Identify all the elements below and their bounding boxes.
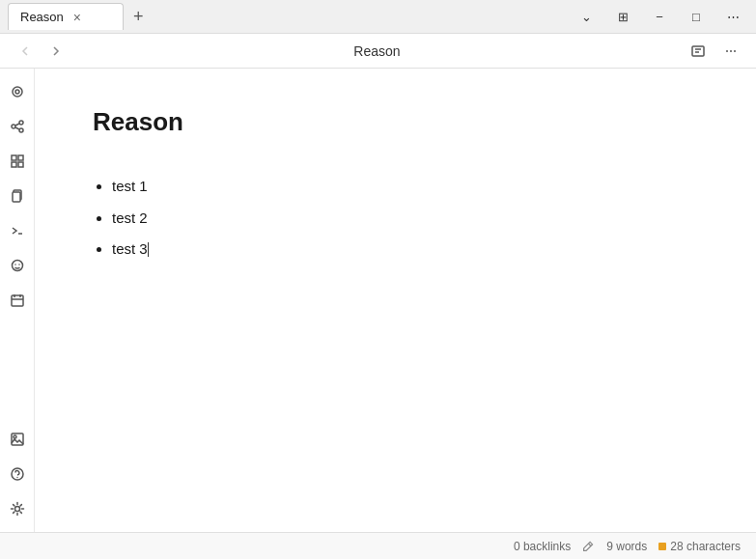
sidebar-grid-icon[interactable] — [2, 146, 33, 177]
tab-title: Reason — [20, 10, 64, 24]
help-icon — [10, 466, 25, 482]
svg-point-21 — [14, 264, 16, 266]
statusbar: 0 backlinks 9 words 28 characters — [0, 532, 756, 559]
backlinks-status[interactable]: 0 backlinks — [514, 540, 571, 553]
sidebar — [0, 69, 35, 532]
status-indicator — [658, 543, 666, 550]
svg-rect-23 — [12, 295, 23, 306]
svg-point-9 — [19, 121, 23, 125]
characters-text: 28 characters — [670, 540, 741, 553]
svg-point-22 — [18, 264, 20, 266]
svg-rect-13 — [12, 155, 16, 160]
list-item-1: test 1 — [112, 176, 698, 198]
sidebar-pages-icon[interactable] — [2, 181, 33, 211]
titlebar-right: ⌄ ⊞ − □ ⋯ — [571, 3, 748, 30]
backlinks-text: 0 backlinks — [514, 540, 571, 553]
close-button[interactable]: ⋯ — [717, 3, 748, 30]
main-layout: Reason test 1 test 2 test 3 — [0, 69, 756, 532]
reader-button[interactable] — [685, 40, 712, 63]
toolbar-title: Reason — [77, 43, 677, 59]
edit-icon-status — [582, 540, 595, 552]
reader-icon — [690, 43, 706, 59]
svg-rect-14 — [18, 155, 23, 160]
split-button[interactable]: ⊞ — [607, 3, 638, 30]
sidebar-help-icon[interactable] — [2, 459, 33, 489]
image-icon — [10, 432, 25, 447]
svg-line-11 — [15, 124, 19, 126]
sidebar-image-icon[interactable] — [2, 424, 33, 455]
svg-point-20 — [12, 261, 22, 271]
forward-icon — [48, 43, 64, 59]
list-item-2: test 2 — [112, 208, 698, 230]
emoji-icon — [10, 258, 25, 273]
settings-icon — [10, 501, 25, 517]
sidebar-terminal-icon[interactable] — [2, 215, 33, 246]
svg-rect-18 — [13, 192, 20, 202]
list-item-3: test 3 — [112, 238, 698, 261]
svg-point-30 — [16, 477, 17, 478]
svg-point-8 — [12, 125, 15, 128]
svg-point-28 — [14, 435, 16, 438]
sidebar-emoji-icon[interactable] — [2, 250, 33, 281]
terminal-icon — [10, 223, 25, 238]
characters-status: 28 characters — [658, 540, 741, 553]
tab-close-button[interactable]: × — [71, 10, 83, 25]
svg-point-10 — [19, 128, 23, 132]
back-icon — [17, 43, 33, 59]
svg-line-12 — [15, 127, 19, 129]
edit-icon — [582, 540, 595, 552]
graph-icon — [10, 119, 25, 134]
svg-point-6 — [13, 87, 22, 97]
svg-point-5 — [734, 50, 736, 52]
new-tab-button[interactable]: + — [127, 7, 150, 27]
minimize-button[interactable]: − — [644, 3, 675, 30]
content-area[interactable]: Reason test 1 test 2 test 3 — [35, 69, 756, 532]
toolbar-actions — [685, 40, 744, 63]
maximize-button[interactable]: □ — [681, 3, 712, 30]
sidebar-home-icon[interactable] — [2, 76, 33, 107]
words-text: 9 words — [606, 540, 647, 553]
more-icon — [723, 43, 739, 59]
svg-rect-15 — [12, 162, 16, 167]
back-button[interactable] — [12, 40, 39, 63]
forward-button[interactable] — [42, 40, 70, 63]
toolbar-nav — [12, 40, 70, 63]
page-title: Reason — [93, 107, 698, 137]
svg-point-7 — [15, 90, 19, 94]
svg-line-32 — [589, 544, 591, 545]
sidebar-settings-icon[interactable] — [2, 493, 33, 524]
svg-point-3 — [726, 50, 728, 52]
svg-rect-16 — [18, 162, 23, 167]
svg-point-31 — [14, 507, 19, 512]
sidebar-calendar-icon[interactable] — [2, 285, 33, 316]
dropdown-button[interactable]: ⌄ — [571, 3, 602, 30]
sidebar-graph-icon[interactable] — [2, 111, 33, 142]
active-tab[interactable]: Reason × — [8, 3, 124, 30]
more-options-button[interactable] — [717, 40, 744, 63]
grid-icon — [10, 154, 25, 169]
titlebar-left: Reason × + — [8, 3, 571, 30]
svg-point-4 — [730, 50, 732, 52]
svg-rect-0 — [692, 46, 704, 56]
titlebar: Reason × + ⌄ ⊞ − □ ⋯ — [0, 0, 756, 34]
bullet-list: test 1 test 2 test 3 — [93, 176, 698, 261]
words-status: 9 words — [606, 540, 647, 553]
text-cursor — [148, 242, 149, 257]
home-icon — [10, 84, 25, 99]
pages-icon — [10, 188, 25, 204]
calendar-icon — [10, 293, 25, 308]
toolbar: Reason — [0, 34, 756, 69]
